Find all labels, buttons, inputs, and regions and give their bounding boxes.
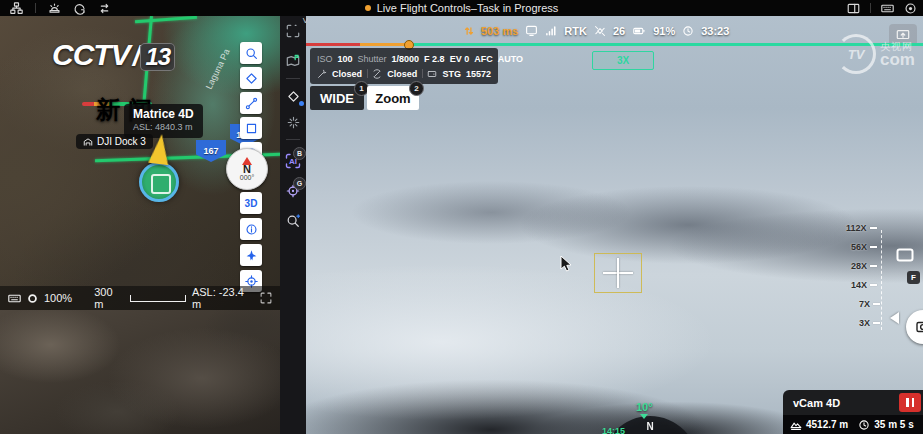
heading-caret <box>640 414 648 419</box>
waypoint-number: 167 <box>203 146 218 156</box>
zoom-level-text: 3X <box>617 55 629 66</box>
dock-name: DJI Dock 3 <box>97 136 146 147</box>
target-lock-button[interactable]: G <box>280 180 306 202</box>
zoom-scale-label: 56X <box>851 242 867 252</box>
zoom-scale-label: 7X <box>859 299 870 309</box>
polygon-tool-button[interactable] <box>240 117 262 139</box>
clock-icon <box>682 25 694 37</box>
zoom-scale-pointer[interactable] <box>890 312 899 324</box>
zoom-scale-label: 28X <box>851 261 867 271</box>
map-zoom-percent: 100% <box>44 292 72 304</box>
waypoint-tool-button[interactable] <box>240 67 262 89</box>
wide-lens-label: WIDE <box>320 91 354 106</box>
compass-degrees: 000° <box>240 174 254 182</box>
top-bar-right-icons <box>841 0 923 16</box>
zoom-scale-tick <box>870 284 877 286</box>
aircraft-name: Matrice 4D <box>133 108 194 121</box>
camera-settings-panel[interactable]: ISO 100 Shutter 1/8000 F 2.8 EV 0 AFC AU… <box>310 48 498 84</box>
enhance-display-button[interactable] <box>280 111 306 133</box>
live-status-dot <box>365 5 371 11</box>
keyboard-icon[interactable] <box>881 2 894 15</box>
zoom-search-button[interactable] <box>280 210 306 232</box>
capture-button[interactable] <box>906 310 923 344</box>
satellite-count: 26 <box>613 25 625 37</box>
top-bar: Live Flight Controls–Task in Progress <box>0 0 923 16</box>
zoom-scale-step[interactable]: 7X <box>859 299 880 309</box>
vcam-telemetry-row: 4512.7 m 35 m 5 s <box>783 415 923 434</box>
drone-position-arrow[interactable] <box>148 133 172 165</box>
zoom-lens-button[interactable]: Zoom 2 <box>367 86 419 110</box>
aircraft-map-label[interactable]: Matrice 4D ASL: 4840.3 m <box>124 104 203 138</box>
devices-tree-icon[interactable] <box>10 2 23 15</box>
polyline-tool-button[interactable] <box>240 92 262 114</box>
cctv-com-watermark: TV 央视网 com <box>836 34 915 74</box>
telemetry-status-bar: 503 ms RTK 26 91% 33:23 <box>464 24 729 37</box>
pause-recording-button[interactable] <box>899 393 921 412</box>
map-scale-bar <box>130 295 186 302</box>
sync-icon[interactable] <box>73 2 86 15</box>
map-view-tools: 3D <box>240 192 262 292</box>
panel-layout-icon[interactable] <box>847 2 860 15</box>
focus-badge: F <box>907 271 920 284</box>
zoom-scale-label: 3X <box>859 318 870 328</box>
map-aircraft-center-button[interactable] <box>240 244 262 266</box>
battery-icon <box>632 25 646 37</box>
satellite-icon <box>594 25 606 37</box>
storage-value: 15572 <box>466 69 491 79</box>
focus-badge-text: F <box>911 273 916 282</box>
wide-lens-button[interactable]: WIDE 1 <box>310 86 364 110</box>
zoom-scale-label: 14X <box>851 280 867 290</box>
zoom-scale-step[interactable]: 112X <box>846 223 877 233</box>
vcam-panel: vCam 4D <box>783 390 923 415</box>
zoom-scale-label: 112X <box>846 223 867 233</box>
alarm-beacon-icon[interactable] <box>48 2 61 15</box>
map-tools <box>240 42 262 164</box>
framing-icon[interactable] <box>896 248 914 262</box>
battery-percent: 91% <box>653 25 675 37</box>
map-info-button[interactable] <box>240 218 262 240</box>
route-swap-icon[interactable] <box>98 2 111 15</box>
ev-value: EV 0 <box>450 54 470 64</box>
divider <box>286 78 300 79</box>
target-hotkey-badge: G <box>293 177 306 190</box>
top-bar-left-icons <box>0 2 121 15</box>
watermark-com-text: com <box>880 52 915 67</box>
map-3d-button[interactable]: 3D <box>240 192 262 214</box>
obstacle-state: Closed <box>387 69 417 79</box>
camera-crosshair <box>594 253 642 293</box>
zoom-scale-tick <box>873 303 880 305</box>
dock-map-label[interactable]: DJI Dock 3 <box>76 134 153 149</box>
zoom-lens-label: Zoom <box>375 91 410 106</box>
progress-segment-current <box>360 43 408 46</box>
ai-detection-button[interactable]: AI B <box>280 150 306 172</box>
map-annotation-button[interactable] <box>280 50 306 72</box>
latency-value: 503 ms <box>481 25 518 37</box>
ground-camera-feed[interactable] <box>0 310 280 434</box>
obstacle-avoidance-icon <box>372 69 382 79</box>
map-expand-icon[interactable] <box>260 292 272 304</box>
map-compass[interactable]: N 000° <box>226 148 268 190</box>
waypoint-mode-button[interactable] <box>280 85 306 107</box>
zoom-scale-step[interactable]: 56X <box>851 242 877 252</box>
zoom-scale-step[interactable]: 3X <box>859 318 880 328</box>
waypoint-marker[interactable]: 167 <box>196 140 226 162</box>
divider <box>35 3 36 13</box>
dock-location-marker[interactable] <box>139 162 179 202</box>
main-camera-view[interactable]: 503 ms RTK 26 91% 33:23 ISO 100 Shutter <box>306 16 923 434</box>
shutter-value: 1/8000 <box>392 54 420 64</box>
zoom-scale-step[interactable]: 28X <box>851 261 877 271</box>
zoom-level-indicator: 3X <box>592 51 654 70</box>
pause-bar <box>906 398 909 407</box>
rtk-label: RTK <box>564 25 587 37</box>
map-panel[interactable]: CCTV/13 新闻 Laguna Pa 1/64 167 Matrice 4D… <box>0 16 280 310</box>
zoom-scale-step[interactable]: 14X <box>851 280 877 290</box>
map-3d-label: 3D <box>245 198 258 209</box>
map-asl-readout: ASL: -23.4 m <box>192 286 254 310</box>
zoom-scale-line <box>881 230 882 330</box>
joystick-hotkey-label: V <box>303 16 308 25</box>
record-icon[interactable] <box>904 2 917 15</box>
map-search-button[interactable] <box>240 42 262 64</box>
virtual-joystick-button[interactable]: V <box>280 20 306 42</box>
signal-strength-icon <box>545 25 557 37</box>
map-keyboard-icon[interactable] <box>8 292 21 305</box>
